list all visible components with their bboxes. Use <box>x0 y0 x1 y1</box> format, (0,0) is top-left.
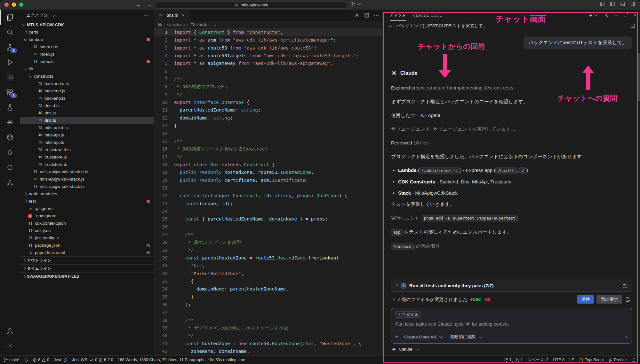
breadcrumb[interactable]: lib constructs TSdns.ts … <box>154 21 382 28</box>
sidebar-item-docker[interactable] <box>0 130 20 145</box>
code-line[interactable]: 21 <box>154 184 382 192</box>
code-line[interactable]: 31 this, <box>154 262 382 269</box>
jest-ws-indicator[interactable]: Jest-WS: 0 6 ? 0 <box>72 358 113 362</box>
changed-files-row[interactable]: 7 個のファイルが変更されました +292 -22 保持 元に戻す <box>391 294 632 305</box>
sidebar-item-testing[interactable] <box>0 100 20 115</box>
word-count-indicator[interactable]: 168 Words, 1880 Chars, 79 Lines, 11 Para… <box>118 358 245 362</box>
sidebar-item-run-debug[interactable] <box>0 55 20 70</box>
sidebar-item-claude[interactable] <box>0 115 20 130</box>
toggle-primary-sidebar-icon[interactable] <box>610 1 615 6</box>
keep-button[interactable]: 保持 <box>577 295 594 304</box>
code-line[interactable]: 19 public readonly hostedZone: route53.I… <box>154 168 382 176</box>
code-line[interactable]: 28 * 親ホストゾーンを参照 <box>154 238 382 246</box>
checklist-icon[interactable] <box>622 283 628 289</box>
explorer-root-folder[interactable]: MTLS-APIGW-CDK <box>20 21 154 28</box>
tree-folder-certs[interactable]: certs <box>20 28 154 36</box>
breadcrumb-item[interactable]: lib <box>158 22 162 27</box>
close-tab-icon[interactable]: × <box>182 13 185 18</box>
tree-file-backend.d.ts[interactable]: TSbackend.d.ts <box>20 80 154 87</box>
nav-forward-icon[interactable]: → <box>147 1 152 9</box>
customize-layout-icon[interactable] <box>600 1 605 6</box>
toggle-secondary-sidebar-icon[interactable] <box>630 1 636 6</box>
toggle-panel-icon[interactable] <box>620 1 625 6</box>
code-line[interactable]: 27 /** <box>154 231 382 238</box>
notifications-button[interactable] <box>632 358 636 362</box>
open-diff-icon[interactable] <box>625 297 631 302</box>
close-panel-icon[interactable]: × <box>634 12 636 18</box>
code-line[interactable]: 17 */ <box>154 153 382 161</box>
nav-back-icon[interactable]: ← <box>136 1 141 9</box>
tree-folder-node_modules[interactable]: node_modules <box>20 190 154 197</box>
breadcrumb-item-file[interactable]: TSdns.ts <box>187 22 207 27</box>
code-line[interactable]: 41 const hostedZone = new route53.Hosted… <box>154 340 382 347</box>
command-center-search[interactable]: mtls-apigw-cdk <box>156 1 347 9</box>
open-in-columns-icon[interactable] <box>630 23 635 28</box>
tree-folder-constructs[interactable]: constructs <box>20 73 154 80</box>
tree-folder-lambda[interactable]: lambda <box>20 36 154 43</box>
split-editor-icon[interactable] <box>364 13 369 18</box>
code-line[interactable]: 1import { Construct } from "constructs"; <box>154 28 382 36</box>
tree-file-cdk.context.json[interactable]: {}cdk.context.json <box>20 220 154 227</box>
tab-claude-code[interactable]: CLAUDE CODE <box>413 10 442 21</box>
minimize-window-button[interactable] <box>12 3 16 7</box>
sidebar-section[interactable]: タイムライン <box>20 264 154 272</box>
tree-file-mtls-api.js[interactable]: JSmtls-api.js <box>20 131 154 139</box>
branch-menu-button[interactable] <box>351 1 362 6</box>
edit-mode-selector[interactable]: 自動的に編集 <box>450 334 484 340</box>
tree-file-mtls-apigw-cdk-stack.d.ts[interactable]: TSmtls-apigw-cdk-stack.d.ts <box>20 168 154 175</box>
sidebar-item-extensions[interactable]: 6 <box>0 85 20 100</box>
back-icon[interactable]: ← <box>388 23 393 29</box>
agent-selector[interactable]: Claude <box>392 347 631 352</box>
tree-file-backend.js[interactable]: JSbackend.js <box>20 87 154 95</box>
sidebar-item-explorer[interactable] <box>0 10 20 25</box>
code-line[interactable]: 40 */ <box>154 332 382 339</box>
tree-file-.npmignore[interactable]: n.npmignore <box>20 212 154 220</box>
new-chat-button[interactable]: + <box>589 12 599 18</box>
code-line[interactable]: 32 "ParentHostedZone", <box>154 270 382 277</box>
breadcrumb-item[interactable]: … <box>208 22 216 27</box>
tree-file-pnpm-lock.yaml[interactable]: ≡pnpm-lock.yamlM <box>20 249 154 256</box>
more-actions-icon[interactable]: ··· <box>613 12 619 18</box>
jest-indicator[interactable]: Jest: <box>54 358 68 362</box>
gear-icon[interactable] <box>604 13 609 18</box>
code-line[interactable]: 29 */ <box>154 246 382 254</box>
code-line[interactable]: 4import * as route53Targets from "aws-cd… <box>154 52 382 59</box>
tree-folder-test[interactable]: test <box>20 197 154 205</box>
code-line[interactable]: 2import * as acm from "aws-cdk-lib/aws-c… <box>154 36 382 44</box>
tree-file-index.js[interactable]: JSindex.js <box>20 50 154 58</box>
code-line[interactable]: 36 ); <box>154 301 382 308</box>
code-line[interactable]: 9 */ <box>154 91 382 98</box>
send-button[interactable]: ↑ <box>625 334 628 340</box>
sidebar-item-search[interactable] <box>0 25 20 40</box>
tree-file-cdk.json[interactable]: {}cdk.json <box>20 227 154 234</box>
model-selector[interactable]: Claude Opus 4.6 <box>404 335 444 339</box>
tree-file-mtls-apigw-cdk-stack.ts[interactable]: TSmtls-apigw-cdk-stack.ts <box>20 183 154 190</box>
code-line[interactable]: 6 <box>154 67 382 75</box>
tree-file-backend.ts[interactable]: TSbackend.ts <box>20 95 154 102</box>
tree-file-index.ts[interactable]: TSindex.ts <box>20 58 154 65</box>
code-line[interactable]: 37 <box>154 308 382 316</box>
undo-button[interactable]: 元に戻す <box>596 295 622 304</box>
code-line[interactable]: 8 * DNS構成のプロパティ <box>154 83 382 90</box>
code-line[interactable]: 7/** <box>154 75 382 83</box>
close-window-button[interactable] <box>4 3 9 7</box>
expand-panel-icon[interactable] <box>624 13 629 18</box>
tree-file-index.d.ts[interactable]: TSindex.d.ts <box>20 43 154 50</box>
more-actions-icon[interactable]: ··· <box>374 12 380 18</box>
code-line[interactable]: 25 const { parentHostedZoneName, domainN… <box>154 215 382 223</box>
cursor-position-indicator[interactable]: 行 1、列 1 <box>504 357 523 363</box>
sidebar-item-source-control[interactable]: 9 <box>0 40 20 55</box>
tree-file-truststore.js[interactable]: JStruststore.js <box>20 153 154 161</box>
claude-editor-action-icon[interactable] <box>354 12 360 18</box>
tree-file-jest.config.js[interactable]: JSjest.config.js <box>20 234 154 242</box>
code-line[interactable]: 18export class Dns extends Construct { <box>154 161 382 168</box>
sidebar-item-org[interactable] <box>0 175 20 190</box>
code-line[interactable]: 39 * サブドメイン用の新しいホストゾーンを作成 <box>154 324 382 332</box>
code-line[interactable]: 30 const parentHostedZone = route53.Host… <box>154 254 382 262</box>
scrollbar[interactable] <box>638 53 640 101</box>
problems-indicator[interactable]: 8 0 <box>33 358 49 362</box>
settings-button[interactable] <box>0 338 20 353</box>
tree-file-dns.d.ts[interactable]: TSdns.d.ts <box>20 102 154 109</box>
code-line[interactable]: 42 zoneName: domainName, <box>154 347 382 355</box>
tree-file-mtls-apigw-cdk-stack.js[interactable]: JSmtls-apigw-cdk-stack.js <box>20 175 154 183</box>
